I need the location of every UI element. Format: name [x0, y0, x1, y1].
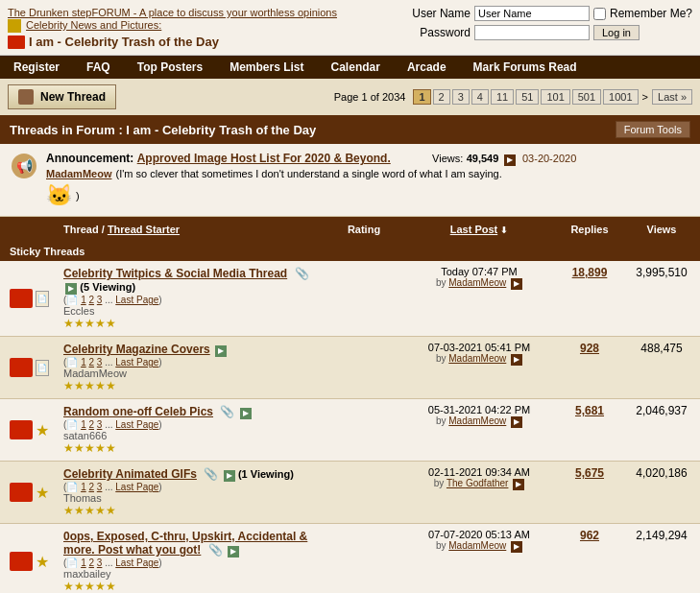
thread-title-link-2[interactable]: Celebrity Magazine Covers	[63, 343, 210, 356]
login-button[interactable]: Log in	[593, 25, 640, 40]
announcement-views-label: Views:	[432, 153, 463, 164]
forum-tools-button[interactable]: Forum Tools	[616, 121, 690, 138]
thread-title-link-5[interactable]: 0ops, Exposed, C-thru, Upskirt, Accident…	[63, 530, 307, 557]
site-title-link[interactable]: The Drunken stepFORUM - A place to discu…	[8, 7, 337, 18]
thread-title-link-4[interactable]: Celebrity Animated GIFs	[63, 467, 197, 481]
page-link-2-1[interactable]: 1	[81, 357, 86, 368]
page-link-last[interactable]: Last »	[652, 89, 692, 105]
page-link-1-3[interactable]: 3	[97, 295, 103, 305]
lastpost-user-link-3[interactable]: MadamMeow	[448, 415, 506, 426]
page-link-3-1[interactable]: 1	[81, 419, 86, 430]
page-link-11[interactable]: 11	[491, 89, 514, 105]
announcement-poster-link[interactable]: MadamMeow	[46, 168, 111, 179]
lastpost-user-link-5[interactable]: MadamMeow	[448, 540, 506, 551]
page-link-4-3[interactable]: 3	[97, 482, 103, 492]
page-link-501[interactable]: 501	[572, 89, 601, 105]
username-label: User Name	[403, 7, 471, 20]
page-link-3[interactable]: 3	[452, 89, 470, 105]
th-thread: Thread / Thread Starter	[58, 221, 326, 238]
thread-icon-cell-5: ★	[0, 524, 58, 593]
doc-icon-2: 📄	[36, 360, 49, 376]
password-input[interactable]	[474, 25, 590, 40]
page-link-4-2[interactable]: 2	[88, 482, 94, 492]
rating-cell-1	[326, 261, 402, 336]
nav-mark-forums-read[interactable]: Mark Forums Read	[460, 56, 591, 79]
page-link-3-3[interactable]: 3	[97, 419, 103, 430]
replies-link-3[interactable]: 5,681	[575, 404, 604, 417]
nav-top-posters[interactable]: Top Posters	[124, 56, 216, 79]
thread-pages-2: (📄 1 2 3 ... Last Page)	[63, 357, 320, 368]
page-link-1-2[interactable]: 2	[88, 295, 94, 305]
current-forum-title: I am - Celebrity Trash of the Day	[29, 35, 219, 49]
lastpost-by-4: by The Godfather ▶	[408, 478, 550, 490]
nav-calendar[interactable]: Calendar	[318, 56, 394, 79]
thread-title-link-1[interactable]: Celebrity Twitpics & Social Media Thread	[63, 267, 287, 280]
remember-me-checkbox[interactable]	[593, 8, 606, 20]
page-link-5-1[interactable]: 1	[81, 557, 86, 568]
nav-members-list[interactable]: Members List	[216, 56, 317, 79]
nav-bar: Register FAQ Top Posters Members List Ca…	[0, 56, 700, 79]
last-page-link-2[interactable]: Last Page	[115, 357, 158, 368]
page-link-1001[interactable]: 1001	[603, 89, 638, 105]
views-cell-3: 2,046,937	[623, 399, 700, 461]
page-link-4-1[interactable]: 1	[81, 482, 86, 492]
th-last-post-link[interactable]: Last Post	[450, 224, 498, 235]
table-row: 📄 Celebrity Twitpics & Social Media Thre…	[0, 261, 700, 337]
page-link-3-2[interactable]: 2	[88, 419, 94, 430]
pencil-icon	[18, 89, 34, 105]
nav-register[interactable]: Register	[0, 56, 73, 79]
goto-arrow-icon: ▶	[504, 154, 516, 166]
viewing-count-1: (5 Viewing)	[80, 281, 135, 293]
th-rating: Rating	[326, 221, 402, 238]
thread-pages-1: (📄 1 2 3 ... Last Page)	[63, 295, 320, 305]
thread-starter-4: Thomas	[63, 492, 320, 504]
thread-stars-1: ★★★★★	[63, 317, 320, 330]
thread-cell-2: Celebrity Magazine Covers ▶ (📄 1 2 3 ...…	[58, 337, 326, 398]
replies-link-2[interactable]: 928	[580, 342, 599, 355]
nav-faq[interactable]: FAQ	[73, 56, 124, 79]
th-icon	[0, 221, 58, 238]
page-link-1[interactable]: 1	[413, 89, 430, 105]
username-input[interactable]	[474, 6, 590, 21]
thread-title-link-3[interactable]: Random one-off Celeb Pics	[63, 405, 213, 418]
red-folder-icon-4	[10, 483, 33, 502]
announcement-date: 03-20-2020	[522, 153, 576, 164]
announcement-icon-cell: 📢	[10, 152, 38, 208]
announcement-title-link[interactable]: Approved Image Host List For 2020 & Beyo…	[137, 152, 391, 165]
th-thread-link[interactable]: Thread	[63, 224, 99, 235]
new-thread-button[interactable]: New Thread	[8, 84, 116, 109]
nav-arcade[interactable]: Arcade	[394, 56, 460, 79]
last-page-link-1[interactable]: Last Page	[115, 295, 158, 305]
star-icon-4: ★	[36, 484, 49, 502]
last-page-link-4[interactable]: Last Page	[115, 482, 158, 492]
page-link-2-3[interactable]: 3	[97, 357, 103, 368]
table-row: ★ Celebrity Animated GIFs 📎 ▶ (1 Viewing…	[0, 462, 700, 524]
page-link-4[interactable]: 4	[471, 89, 489, 105]
page-link-51[interactable]: 51	[516, 89, 539, 105]
announcement: 📢 Announcement: Approved Image Host List…	[0, 144, 700, 217]
lastpost-user-link-4[interactable]: The Godfather	[447, 478, 508, 488]
new-thread-label: New Thread	[40, 90, 106, 104]
celebrity-news-link[interactable]: Celebrity News and Pictures:	[26, 19, 161, 31]
replies-link-4[interactable]: 5,675	[575, 466, 604, 480]
page-link-5-2[interactable]: 2	[88, 557, 94, 568]
lastpost-by-3: by MadamMeow ▶	[408, 415, 550, 428]
lastpost-user-link-2[interactable]: MadamMeow	[448, 353, 506, 364]
replies-link-5[interactable]: 962	[580, 529, 599, 542]
page-link-5-3[interactable]: 3	[97, 557, 103, 568]
last-page-link-3[interactable]: Last Page	[115, 419, 158, 430]
last-page-link-5[interactable]: Last Page	[115, 557, 158, 568]
red-folder-icon-3	[10, 420, 33, 439]
forum-header-title: Threads in Forum : I am - Celebrity Tras…	[10, 123, 316, 137]
arrow-icon-1: ▶	[65, 283, 77, 295]
lastpost-user-link-1[interactable]: MadamMeow	[448, 277, 506, 288]
page-link-2[interactable]: 2	[433, 89, 450, 105]
page-link-101[interactable]: 101	[541, 89, 569, 105]
th-views: Views	[623, 221, 700, 238]
page-link-1-1[interactable]: 1	[81, 295, 86, 305]
replies-link-1[interactable]: 18,899	[572, 266, 608, 279]
paperclip-icon-3: 📎	[220, 405, 234, 418]
th-sort-arrow: ⬇	[500, 225, 508, 235]
page-link-2-2[interactable]: 2	[88, 357, 94, 368]
th-thread-starter-link[interactable]: Thread Starter	[108, 224, 180, 235]
